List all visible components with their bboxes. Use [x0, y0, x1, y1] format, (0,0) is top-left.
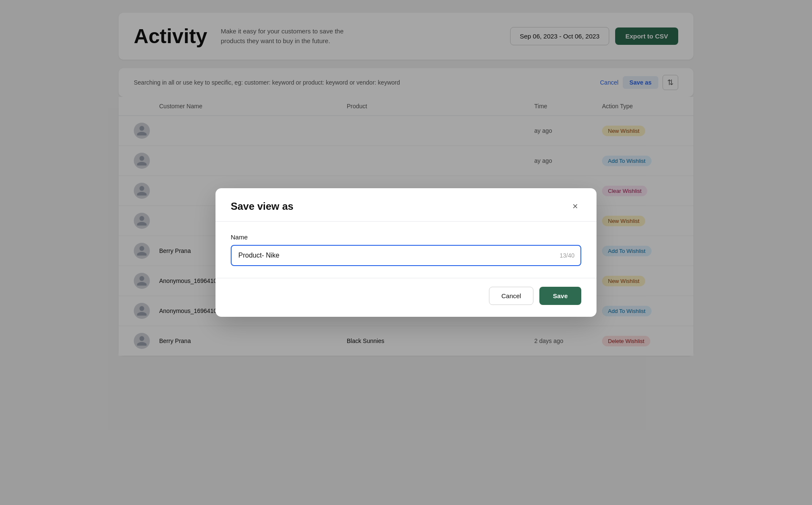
- save-view-modal: Save view as × Name 13/40 Cancel Save: [215, 188, 597, 317]
- modal-save-button[interactable]: Save: [539, 287, 581, 305]
- modal-header: Save view as ×: [215, 188, 597, 222]
- modal-title: Save view as: [231, 200, 293, 212]
- modal-body: Name 13/40: [215, 222, 597, 278]
- view-name-input[interactable]: [231, 245, 581, 266]
- input-wrapper: 13/40: [231, 245, 581, 266]
- modal-cancel-button[interactable]: Cancel: [489, 287, 533, 305]
- modal-close-button[interactable]: ×: [569, 200, 581, 213]
- modal-footer: Cancel Save: [215, 278, 597, 317]
- char-count: 13/40: [560, 252, 574, 259]
- name-label: Name: [231, 233, 581, 241]
- modal-overlay[interactable]: Save view as × Name 13/40 Cancel Save: [0, 0, 812, 505]
